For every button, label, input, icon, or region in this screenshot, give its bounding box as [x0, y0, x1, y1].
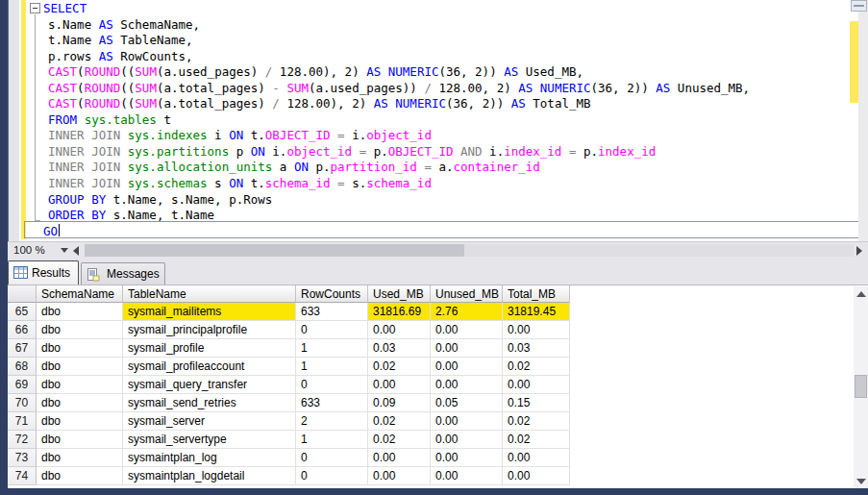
- grid-cell[interactable]: 0: [296, 449, 368, 467]
- grid-cell[interactable]: 0.00: [503, 376, 570, 394]
- grid-cell[interactable]: 0.00: [431, 321, 503, 339]
- grid-cell[interactable]: dbo: [37, 449, 123, 467]
- grid-cell[interactable]: 0.00: [368, 449, 431, 467]
- tab-messages[interactable]: Messages: [81, 262, 165, 285]
- grid-cell[interactable]: 0.03: [368, 339, 431, 358]
- zoom-level-select[interactable]: 100 %: [10, 243, 69, 259]
- grid-cell[interactable]: sysmail_server: [123, 412, 296, 431]
- grid-cell[interactable]: sysmail_profile: [123, 339, 296, 358]
- grid-cell[interactable]: 0.00: [431, 376, 503, 394]
- column-header-tablename[interactable]: TableName: [123, 285, 296, 303]
- grid-cell[interactable]: sysmail_servertype: [123, 431, 296, 449]
- grid-cell[interactable]: 0: [296, 321, 368, 339]
- grid-cell[interactable]: dbo: [37, 339, 123, 358]
- grid-cell[interactable]: 2: [296, 412, 368, 431]
- query-editor[interactable]: SELECTs.Name AS SchemaName,t.Name AS Tab…: [8, 0, 868, 241]
- grid-cell[interactable]: 0.00: [503, 321, 570, 339]
- grid-cell[interactable]: 633: [296, 303, 368, 321]
- grid-cell[interactable]: 0.02: [503, 358, 570, 376]
- code-line: GO: [43, 224, 851, 240]
- column-header-rowcounts[interactable]: RowCounts: [296, 285, 368, 303]
- grid-cell[interactable]: dbo: [37, 376, 123, 394]
- sql-code: SELECTs.Name AS SchemaName,t.Name AS Tab…: [43, 1, 851, 239]
- tab-results-label: Results: [32, 266, 70, 280]
- grid-cell[interactable]: 0.00: [431, 467, 503, 485]
- grid-cell[interactable]: dbo: [37, 321, 123, 339]
- grid-cell[interactable]: 0.00: [368, 376, 431, 394]
- code-line: p.rows AS RowCounts,: [43, 49, 851, 65]
- grid-cell[interactable]: 1: [296, 431, 368, 449]
- scroll-up-arrow-icon[interactable]: [856, 291, 866, 297]
- grid-cell[interactable]: 1: [296, 358, 368, 376]
- row-number[interactable]: 65: [8, 303, 37, 321]
- collapse-region-icon[interactable]: [30, 3, 40, 13]
- grid-cell[interactable]: 0.05: [431, 394, 503, 412]
- row-number[interactable]: 74: [8, 467, 37, 485]
- grid-cell[interactable]: sysmail_principalprofile: [123, 321, 296, 339]
- grid-cell[interactable]: 0.00: [431, 358, 503, 376]
- row-number[interactable]: 68: [8, 358, 37, 376]
- row-number[interactable]: 67: [8, 339, 37, 358]
- scroll-right-arrow-icon[interactable]: [856, 246, 862, 256]
- table-row: 66dbosysmail_principalprofile00.000.000.…: [8, 321, 570, 339]
- grid-cell[interactable]: 0.09: [368, 394, 431, 412]
- table-row: 73dbosysmaintplan_log00.000.000.00: [8, 449, 570, 467]
- scroll-down-arrow-icon[interactable]: [856, 479, 866, 484]
- grid-cell[interactable]: dbo: [37, 303, 123, 321]
- grid-cell[interactable]: 1: [296, 339, 368, 358]
- grid-cell[interactable]: 0.03: [503, 339, 570, 358]
- grid-cell[interactable]: 0: [296, 376, 368, 394]
- grid-cell[interactable]: sysmail_profileaccount: [123, 358, 296, 376]
- grid-cell[interactable]: dbo: [37, 358, 123, 376]
- grid-cell[interactable]: sysmaintplan_log: [123, 449, 296, 467]
- row-number[interactable]: 66: [8, 321, 37, 339]
- grid-cell[interactable]: sysmail_send_retries: [123, 394, 296, 412]
- column-header-used_mb[interactable]: Used_MB: [368, 285, 431, 303]
- grid-cell[interactable]: 0: [296, 467, 368, 485]
- editor-horizontal-scrollbar[interactable]: [85, 244, 854, 257]
- grid-cell[interactable]: 0.00: [368, 467, 431, 485]
- grid-cell[interactable]: dbo: [37, 394, 123, 412]
- grid-cell[interactable]: sysmaintplan_logdetail: [123, 467, 296, 485]
- grid-cell[interactable]: dbo: [37, 467, 123, 485]
- grid-cell[interactable]: 633: [296, 394, 368, 412]
- grid-cell[interactable]: sysmail_mailitems: [123, 303, 296, 321]
- table-row: 65dbosysmail_mailitems63331816.692.76318…: [8, 303, 570, 321]
- grid-cell[interactable]: 2.76: [431, 303, 503, 321]
- grid-vertical-scrollbar[interactable]: [854, 286, 868, 489]
- grid-cell[interactable]: sysmail_query_transfer: [123, 376, 296, 394]
- grid-cell[interactable]: 0.00: [368, 321, 431, 339]
- grid-corner-header[interactable]: [8, 285, 37, 303]
- grid-cell[interactable]: 31816.69: [368, 303, 431, 321]
- horizontal-scrollbar-thumb[interactable]: [85, 244, 464, 257]
- grid-cell[interactable]: 0.02: [503, 431, 570, 449]
- scroll-left-arrow-icon[interactable]: [73, 246, 79, 256]
- row-number[interactable]: 70: [8, 394, 37, 412]
- grid-cell[interactable]: 0.00: [431, 431, 503, 449]
- fold-scope-line: [35, 14, 36, 220]
- column-header-schemaname[interactable]: SchemaName: [37, 285, 123, 303]
- grid-cell[interactable]: 0.15: [503, 394, 570, 412]
- grid-cell[interactable]: 0.00: [503, 449, 570, 467]
- editor-splitter-handle[interactable]: [851, 0, 867, 12]
- grid-cell[interactable]: 0.02: [503, 412, 570, 431]
- grid-cell[interactable]: 0.00: [431, 339, 503, 358]
- column-header-unused_mb[interactable]: Unused_MB: [431, 285, 503, 303]
- grid-cell[interactable]: 0.00: [431, 412, 503, 431]
- row-number[interactable]: 69: [8, 376, 37, 394]
- row-number[interactable]: 71: [8, 412, 37, 431]
- grid-cell[interactable]: 0.02: [368, 358, 431, 376]
- column-header-total_mb[interactable]: Total_MB: [503, 285, 570, 303]
- row-number[interactable]: 72: [8, 431, 37, 449]
- grid-cell[interactable]: 31819.45: [503, 303, 570, 321]
- grid-cell[interactable]: 0.00: [503, 467, 570, 485]
- tab-results[interactable]: Results: [8, 260, 79, 285]
- grid-cell[interactable]: dbo: [37, 431, 123, 449]
- grid-cell[interactable]: 0.02: [368, 412, 431, 431]
- row-number[interactable]: 73: [8, 449, 37, 467]
- grid-cell[interactable]: 0.02: [368, 431, 431, 449]
- grid-cell[interactable]: dbo: [37, 412, 123, 431]
- grid-scrollbar-thumb[interactable]: [855, 375, 867, 398]
- editor-vertical-scrollbar[interactable]: [858, 0, 868, 241]
- grid-cell[interactable]: 0.00: [431, 449, 503, 467]
